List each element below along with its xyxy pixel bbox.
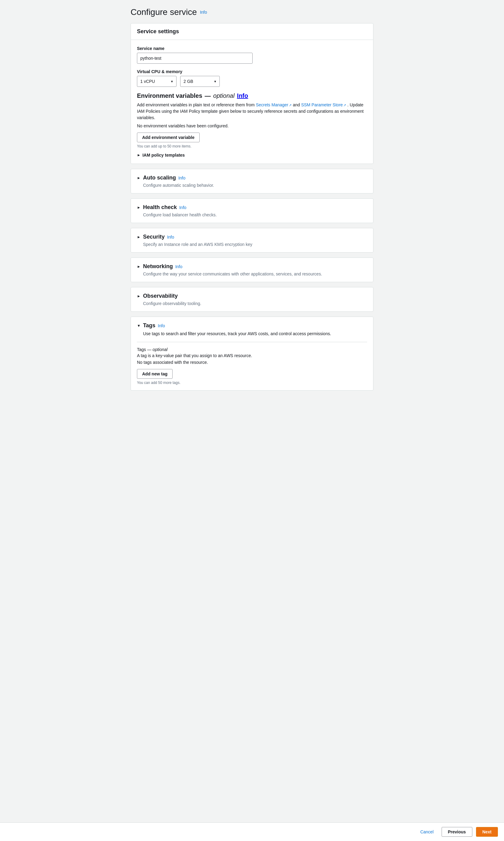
auto-scaling-description: Configure automatic scaling behavior.: [137, 183, 367, 188]
tags-heading: Tags: [143, 322, 156, 329]
networking-info-link[interactable]: Info: [175, 264, 182, 269]
networking-arrow-icon: ►: [137, 264, 141, 269]
no-env-vars-msg: No environment variables have been confi…: [137, 123, 367, 128]
iam-policy-templates-label: IAM policy templates: [142, 153, 185, 157]
service-name-group: Service name: [137, 46, 367, 64]
auto-scaling-arrow-icon: ►: [137, 176, 141, 180]
observability-header[interactable]: ► Observability: [137, 293, 367, 299]
add-new-tag-button[interactable]: Add new tag: [137, 369, 173, 379]
tags-sub-description: A tag is a key-value pair that you assig…: [137, 353, 367, 358]
service-settings-header: Service settings: [131, 23, 373, 40]
env-vars-heading: Environment variables — optional Info: [137, 92, 367, 99]
iam-policy-templates-row[interactable]: ► IAM policy templates: [137, 153, 367, 157]
service-settings-body: Service name Virtual CPU & memory 1 vCPU…: [131, 40, 373, 164]
memory-select-wrapper: 2 GB 3 GB 4 GB ▼: [180, 76, 220, 87]
security-header[interactable]: ► Security Info: [137, 234, 367, 240]
vcpu-select[interactable]: 1 vCPU 2 vCPU 4 vCPU: [137, 76, 177, 87]
tags-body: Tags — optional A tag is a key-value pai…: [137, 342, 367, 385]
ssm-link[interactable]: SSM Parameter Store↗: [301, 102, 346, 107]
vcpu-select-wrapper: 1 vCPU 2 vCPU 4 vCPU ▼: [137, 76, 177, 87]
previous-button[interactable]: Previous: [442, 827, 472, 837]
service-name-input[interactable]: [137, 53, 253, 64]
iam-policy-arrow-icon: ►: [137, 153, 141, 157]
observability-description: Configure observability tooling.: [137, 301, 367, 306]
memory-select[interactable]: 2 GB 3 GB 4 GB: [180, 76, 220, 87]
env-vars-info-link[interactable]: Info: [237, 92, 248, 99]
security-arrow-icon: ►: [137, 235, 141, 239]
selects-row: 1 vCPU 2 vCPU 4 vCPU ▼ 2 GB 3 GB 4 GB ▼: [137, 76, 367, 87]
security-description: Specify an Instance role and an AWS KMS …: [137, 242, 367, 247]
health-check-info-link[interactable]: Info: [179, 205, 186, 210]
service-settings-title: Service settings: [137, 28, 367, 35]
observability-arrow-icon: ►: [137, 294, 141, 298]
secrets-manager-ext-icon: ↗: [289, 103, 291, 108]
service-settings-card: Service settings Service name Virtual CP…: [130, 23, 374, 164]
observability-heading: Observability: [143, 293, 178, 299]
auto-scaling-section: ► Auto scaling Info Configure automatic …: [130, 169, 374, 193]
networking-section: ► Networking Info Configure the way your…: [130, 257, 374, 282]
add-tag-helper-text: You can add 50 more tags.: [137, 381, 367, 385]
footer-bar: Cancel Previous Next: [0, 822, 504, 841]
tags-info-link[interactable]: Info: [158, 323, 165, 328]
security-info-link[interactable]: Info: [167, 235, 174, 240]
health-check-description: Configure load balancer health checks.: [137, 212, 367, 217]
next-button[interactable]: Next: [476, 827, 498, 837]
vcpu-memory-label: Virtual CPU & memory: [137, 69, 367, 74]
add-env-var-button[interactable]: Add environment variable: [137, 133, 200, 142]
tags-arrow-icon: ▼: [137, 324, 141, 328]
page-title: Configure service: [130, 7, 197, 17]
service-name-label: Service name: [137, 46, 367, 51]
health-check-section: ► Health check Info Configure load balan…: [130, 199, 374, 223]
tags-divider: [137, 342, 367, 342]
env-var-helper-text: You can add up to 50 more items.: [137, 144, 367, 149]
env-vars-description: Add environment variables in plain text …: [137, 102, 367, 121]
health-check-arrow-icon: ►: [137, 205, 141, 210]
health-check-header[interactable]: ► Health check Info: [137, 204, 367, 210]
tags-main-description: Use tags to search and filter your resou…: [137, 331, 367, 337]
auto-scaling-header[interactable]: ► Auto scaling Info: [137, 175, 367, 181]
tags-section: ▼ Tags Info Use tags to search and filte…: [130, 316, 374, 391]
tags-optional-label: Tags — optional: [137, 347, 367, 352]
env-vars-section: Environment variables — optional Info Ad…: [137, 92, 367, 149]
vcpu-memory-group: Virtual CPU & memory 1 vCPU 2 vCPU 4 vCP…: [137, 69, 367, 87]
auto-scaling-info-link[interactable]: Info: [178, 175, 185, 181]
ssm-ext-icon: ↗: [343, 103, 346, 108]
networking-heading: Networking: [143, 263, 173, 270]
cancel-button[interactable]: Cancel: [416, 827, 438, 837]
no-tags-msg: No tags associated with the resource.: [137, 360, 367, 365]
secrets-manager-link[interactable]: Secrets Manager↗: [256, 102, 292, 107]
networking-description: Configure the way your service communica…: [137, 272, 367, 276]
observability-section: ► Observability Configure observability …: [130, 287, 374, 312]
networking-header[interactable]: ► Networking Info: [137, 263, 367, 270]
auto-scaling-heading: Auto scaling: [143, 175, 176, 181]
tags-header[interactable]: ▼ Tags Info: [137, 322, 367, 329]
security-heading: Security: [143, 234, 165, 240]
page-title-info-link[interactable]: Info: [200, 10, 207, 15]
security-section: ► Security Info Specify an Instance role…: [130, 228, 374, 253]
health-check-heading: Health check: [143, 204, 177, 210]
